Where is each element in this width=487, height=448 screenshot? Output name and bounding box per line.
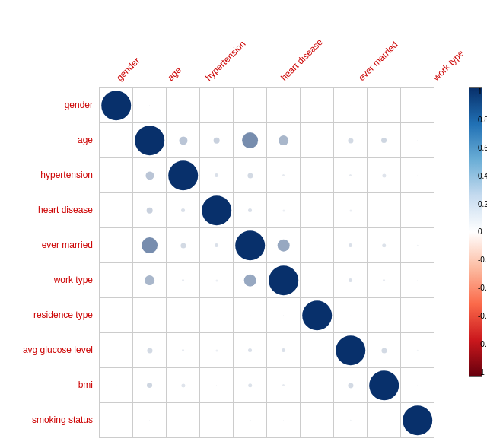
cell-3-8 xyxy=(368,193,401,228)
dot-7-9 xyxy=(416,349,418,351)
cell-8-5 xyxy=(267,368,301,403)
dot-4-9 xyxy=(416,244,418,246)
cell-9-6 xyxy=(301,403,334,438)
dot-0-2 xyxy=(183,105,183,106)
dot-7-8 xyxy=(381,348,387,353)
dot-3-8 xyxy=(384,210,385,211)
dot-1-6 xyxy=(317,140,317,141)
dot-7-7 xyxy=(336,335,366,366)
cell-3-6 xyxy=(301,193,334,228)
row-label-hypertension: hypertension xyxy=(0,157,99,192)
dot-5-4 xyxy=(244,274,256,287)
dot-4-0 xyxy=(116,245,117,246)
cell-5-4 xyxy=(234,263,267,298)
cell-6-5 xyxy=(267,298,301,333)
cell-8-9 xyxy=(401,368,434,403)
cell-8-8 xyxy=(368,368,401,403)
dot-0-5 xyxy=(283,105,284,106)
dot-4-1 xyxy=(142,237,158,254)
colorbar-label-3: 0.4 xyxy=(461,172,487,180)
cell-0-8 xyxy=(368,88,401,123)
cell-3-3 xyxy=(200,193,234,228)
cell-7-4 xyxy=(234,333,267,368)
dot-9-2 xyxy=(183,420,184,421)
dot-0-1 xyxy=(149,105,151,106)
cell-8-0 xyxy=(100,368,133,403)
cell-8-2 xyxy=(167,368,200,403)
dot-8-8 xyxy=(369,370,399,401)
cell-1-7 xyxy=(334,123,368,158)
dot-9-7 xyxy=(349,419,351,421)
colorbar-label-10: -1 xyxy=(461,368,487,377)
dot-6-4 xyxy=(250,315,250,316)
cell-7-7 xyxy=(334,333,368,368)
dot-6-8 xyxy=(384,315,385,316)
dot-7-1 xyxy=(147,348,152,353)
cell-4-8 xyxy=(368,228,401,263)
dot-4-2 xyxy=(180,243,186,248)
cell-9-1 xyxy=(133,403,167,438)
dot-8-3 xyxy=(216,385,218,386)
cell-0-6 xyxy=(301,88,334,123)
dot-4-8 xyxy=(382,243,387,248)
cell-2-1 xyxy=(133,158,167,193)
dot-1-1 xyxy=(135,126,165,156)
dot-7-6 xyxy=(317,350,317,351)
cell-8-1 xyxy=(133,368,167,403)
dot-5-0 xyxy=(116,280,116,281)
cell-7-8 xyxy=(368,333,401,368)
cell-0-3 xyxy=(200,88,234,123)
cell-6-3 xyxy=(200,298,234,333)
colorbar: 10.80.60.40.20-0.2-0.4-0.6-0.8-1 xyxy=(467,87,484,422)
cell-7-2 xyxy=(167,333,200,368)
col-label-age: age xyxy=(150,0,188,87)
dot-7-0 xyxy=(116,350,116,351)
cell-2-7 xyxy=(334,158,368,193)
dot-6-5 xyxy=(283,315,285,316)
dot-8-0 xyxy=(116,385,116,386)
cell-9-8 xyxy=(368,403,401,438)
cell-0-4 xyxy=(234,88,267,123)
row-label-residence-type: residence type xyxy=(0,297,99,332)
dot-3-3 xyxy=(202,195,232,226)
dot-2-4 xyxy=(247,173,253,178)
row-label-avg-glucose-level: avg glucose level xyxy=(0,332,99,367)
cell-1-5 xyxy=(267,123,301,158)
cell-4-4 xyxy=(234,228,267,263)
cell-9-4 xyxy=(234,403,267,438)
dot-4-3 xyxy=(215,243,219,248)
dot-1-0 xyxy=(116,140,117,141)
cell-6-0 xyxy=(100,298,133,333)
dot-1-9 xyxy=(417,140,419,141)
dot-5-2 xyxy=(182,279,185,282)
cell-7-5 xyxy=(267,333,301,368)
row-label-heart-disease: heart disease xyxy=(0,192,99,227)
cell-3-0 xyxy=(100,193,133,228)
cell-8-4 xyxy=(234,368,267,403)
cell-5-2 xyxy=(167,263,200,298)
cell-9-3 xyxy=(200,403,234,438)
colorbar-label-2: 0.6 xyxy=(461,144,487,152)
cell-9-9 xyxy=(401,403,434,438)
cell-2-3 xyxy=(200,158,234,193)
dot-7-4 xyxy=(248,348,253,353)
dot-0-0 xyxy=(101,91,132,121)
dot-3-6 xyxy=(317,210,317,211)
dot-2-0 xyxy=(116,175,116,176)
column-labels: genderagehypertensionheart diseaseever m… xyxy=(99,0,434,87)
dot-6-9 xyxy=(417,315,418,316)
cell-2-2 xyxy=(167,158,200,193)
row-label-ever-married: ever married xyxy=(0,227,99,262)
dot-7-3 xyxy=(215,349,218,351)
row-label-bmi: bmi xyxy=(0,367,99,402)
colorbar-label-4: 0.2 xyxy=(461,200,487,208)
cell-1-8 xyxy=(368,123,401,158)
cell-1-1 xyxy=(133,123,167,158)
cell-0-1 xyxy=(133,88,167,123)
col-label-hypertension: hypertension xyxy=(188,0,263,87)
cell-5-7 xyxy=(334,263,368,298)
cell-1-2 xyxy=(167,123,200,158)
row-label-work-type: work type xyxy=(0,262,99,297)
cell-6-1 xyxy=(133,298,167,333)
dot-2-8 xyxy=(382,173,386,177)
